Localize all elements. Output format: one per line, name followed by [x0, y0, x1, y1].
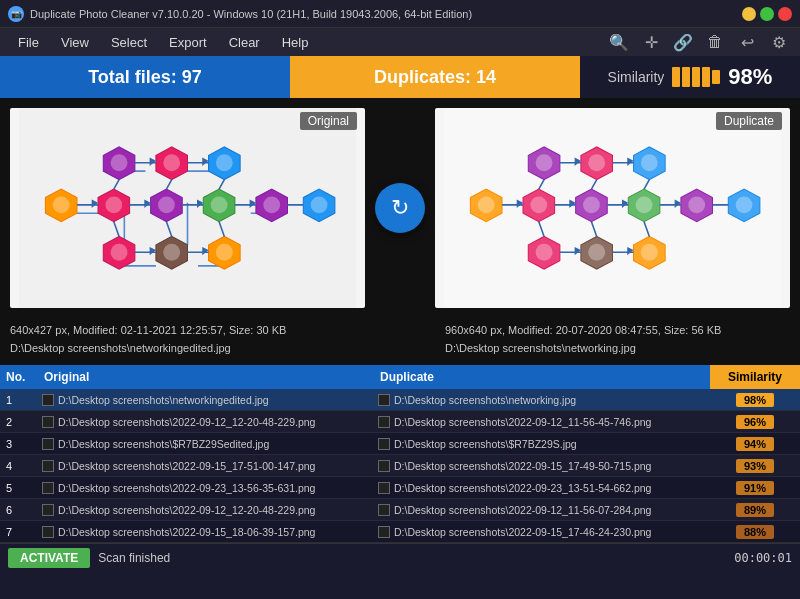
- move-icon[interactable]: ✛: [638, 29, 664, 55]
- col-header-similarity: Similarity: [710, 365, 800, 389]
- cell-duplicate: D:\Desktop screenshots\networking.jpg: [374, 394, 710, 406]
- status-timer: 00:00:01: [734, 551, 792, 565]
- original-checkbox[interactable]: [42, 438, 54, 450]
- duplicate-dimensions: 960x640 px, Modified: 20-07-2020 08:47:5…: [445, 322, 790, 340]
- duplicate-path-cell: D:\Desktop screenshots\2022-09-15_17-46-…: [394, 526, 651, 538]
- original-image: [10, 108, 365, 308]
- cell-no: 5: [0, 482, 38, 494]
- original-label: Original: [300, 112, 357, 130]
- cell-similarity: 98%: [710, 393, 800, 407]
- duplicate-path-cell: D:\Desktop screenshots\networking.jpg: [394, 394, 576, 406]
- menu-view[interactable]: View: [51, 31, 99, 54]
- minimize-button[interactable]: [742, 7, 756, 21]
- duplicate-checkbox[interactable]: [378, 460, 390, 472]
- cell-original: D:\Desktop screenshots\networkingedited.…: [38, 394, 374, 406]
- original-checkbox[interactable]: [42, 504, 54, 516]
- menu-select[interactable]: Select: [101, 31, 157, 54]
- col-header-no: No.: [0, 370, 38, 384]
- svg-point-71: [641, 154, 658, 171]
- svg-point-26: [158, 196, 175, 213]
- swap-button[interactable]: ↻: [375, 183, 425, 233]
- duplicate-checkbox[interactable]: [378, 504, 390, 516]
- cell-original: D:\Desktop screenshots\2022-09-12_12-20-…: [38, 416, 374, 428]
- svg-point-74: [583, 196, 600, 213]
- settings-icon[interactable]: ⚙: [766, 29, 792, 55]
- delete-icon[interactable]: 🗑: [702, 29, 728, 55]
- status-text: Scan finished: [98, 551, 170, 565]
- original-checkbox[interactable]: [42, 482, 54, 494]
- table-row[interactable]: 2 D:\Desktop screenshots\2022-09-12_12-2…: [0, 411, 800, 433]
- duplicate-image: [435, 108, 790, 308]
- duplicate-checkbox[interactable]: [378, 394, 390, 406]
- maximize-button[interactable]: [760, 7, 774, 21]
- similarity-bars: [672, 67, 720, 87]
- col-header-original: Original: [38, 370, 374, 384]
- table-row[interactable]: 4 D:\Desktop screenshots\2022-09-15_17-5…: [0, 455, 800, 477]
- duplicate-path: D:\Desktop screenshots\networking.jpg: [445, 340, 790, 358]
- window-controls: [742, 7, 792, 21]
- sim-bar-5: [712, 70, 720, 84]
- duplicate-checkbox[interactable]: [378, 526, 390, 538]
- original-dimensions: 640x427 px, Modified: 02-11-2021 12:25:5…: [10, 322, 355, 340]
- duplicate-checkbox[interactable]: [378, 438, 390, 450]
- original-checkbox[interactable]: [42, 416, 54, 428]
- link-icon[interactable]: 🔗: [670, 29, 696, 55]
- table-row[interactable]: 1 D:\Desktop screenshots\networkingedite…: [0, 389, 800, 411]
- undo-icon[interactable]: ↩: [734, 29, 760, 55]
- table-row[interactable]: 5 D:\Desktop screenshots\2022-09-23_13-5…: [0, 477, 800, 499]
- similarity-badge: 93%: [736, 459, 774, 473]
- close-button[interactable]: [778, 7, 792, 21]
- cell-duplicate: D:\Desktop screenshots\2022-09-15_17-46-…: [374, 526, 710, 538]
- duplicate-path-cell: D:\Desktop screenshots\$R7BZ29S.jpg: [394, 438, 577, 450]
- cell-similarity: 88%: [710, 525, 800, 539]
- app-icon: 📷: [8, 6, 24, 22]
- duplicate-path-cell: D:\Desktop screenshots\2022-09-12_11-56-…: [394, 504, 651, 516]
- original-checkbox[interactable]: [42, 460, 54, 472]
- svg-point-73: [530, 196, 547, 213]
- file-info-area: 640x427 px, Modified: 02-11-2021 12:25:5…: [0, 318, 800, 365]
- svg-point-21: [111, 154, 128, 171]
- table-body: 1 D:\Desktop screenshots\networkingedite…: [0, 389, 800, 543]
- svg-point-30: [111, 244, 128, 261]
- duplicate-checkbox[interactable]: [378, 416, 390, 428]
- menu-help[interactable]: Help: [272, 31, 319, 54]
- cell-original: D:\Desktop screenshots\2022-09-15_18-06-…: [38, 526, 374, 538]
- cell-no: 1: [0, 394, 38, 406]
- table-row[interactable]: 3 D:\Desktop screenshots\$R7BZ29Sedited.…: [0, 433, 800, 455]
- similarity-stat: Similarity 98%: [580, 56, 800, 98]
- svg-point-22: [163, 154, 180, 171]
- activate-button[interactable]: ACTIVATE: [8, 548, 90, 568]
- menu-export[interactable]: Export: [159, 31, 217, 54]
- duplicate-label: Duplicate: [716, 112, 782, 130]
- original-path-cell: D:\Desktop screenshots\2022-09-15_17-51-…: [58, 460, 315, 472]
- menu-clear[interactable]: Clear: [219, 31, 270, 54]
- cell-original: D:\Desktop screenshots\2022-09-12_12-20-…: [38, 504, 374, 516]
- svg-point-70: [588, 154, 605, 171]
- search-icon[interactable]: 🔍: [606, 29, 632, 55]
- table-header-row: No. Original Duplicate Similarity: [0, 365, 800, 389]
- svg-point-27: [211, 196, 228, 213]
- table-row[interactable]: 7 D:\Desktop screenshots\2022-09-15_18-0…: [0, 521, 800, 543]
- sim-bar-3: [692, 67, 700, 87]
- sim-bar-1: [672, 67, 680, 87]
- cell-duplicate: D:\Desktop screenshots\$R7BZ29S.jpg: [374, 438, 710, 450]
- table-row[interactable]: 6 D:\Desktop screenshots\2022-09-12_12-2…: [0, 499, 800, 521]
- duplicate-checkbox[interactable]: [378, 482, 390, 494]
- cell-original: D:\Desktop screenshots\2022-09-15_17-51-…: [38, 460, 374, 472]
- original-checkbox[interactable]: [42, 526, 54, 538]
- svg-point-25: [105, 196, 122, 213]
- menu-file[interactable]: File: [8, 31, 49, 54]
- original-file-info: 640x427 px, Modified: 02-11-2021 12:25:5…: [10, 322, 355, 357]
- cell-duplicate: D:\Desktop screenshots\2022-09-12_11-56-…: [374, 504, 710, 516]
- cell-no: 6: [0, 504, 38, 516]
- original-checkbox[interactable]: [42, 394, 54, 406]
- total-files-stat: Total files: 97: [0, 56, 290, 98]
- title-bar: 📷 Duplicate Photo Cleaner v7.10.0.20 - W…: [0, 0, 800, 28]
- cell-no: 3: [0, 438, 38, 450]
- similarity-badge: 89%: [736, 503, 774, 517]
- cell-similarity: 89%: [710, 503, 800, 517]
- svg-point-23: [216, 154, 233, 171]
- similarity-label: Similarity: [608, 69, 665, 85]
- total-files-label: Total files: 97: [88, 67, 202, 88]
- status-bar: ACTIVATE Scan finished 00:00:01: [0, 543, 800, 571]
